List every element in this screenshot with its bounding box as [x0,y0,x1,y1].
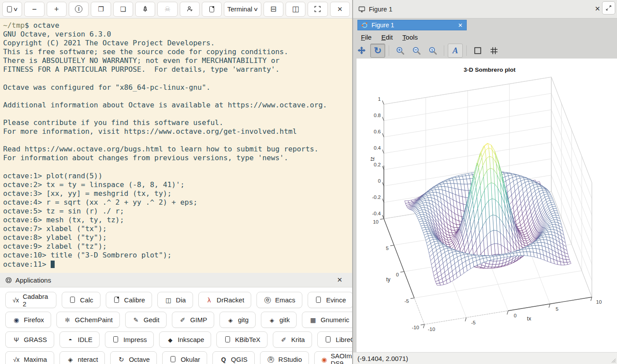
menu-tools[interactable]: Tools [398,32,422,42]
svg-text:-0.2: -0.2 [372,195,381,200]
svg-text:tz: tz [369,157,375,161]
close-applications-button[interactable]: ✕ [337,276,347,284]
sphere-icon: ◉ [321,356,327,363]
app-calc[interactable]: Calc [62,292,100,308]
inkscape-icon: ◆ [166,336,174,343]
app-label: Evince [326,296,346,304]
rotate-tool[interactable]: ↻ [370,44,385,58]
app-dia[interactable]: ◫Dia [157,292,193,308]
app-label: Gedit [144,316,160,324]
app-impress[interactable]: Impress [105,331,154,348]
app-cadabra2[interactable]: √xCadabra 2 [5,292,56,308]
zoom-original-tool[interactable]: 1 [425,44,440,58]
app-gimp[interactable]: ✐GIMP [172,312,214,328]
app-firefox[interactable]: ◉Firefox [5,312,51,328]
minus-button[interactable]: − [24,2,44,17]
molecule-icon: ✻ [63,316,71,323]
svg-text:3-D Sombrero plot: 3-D Sombrero plot [464,66,516,73]
svg-text:0.6: 0.6 [374,129,381,134]
terminal-line: This is free software; see the source co… [3,48,352,56]
figure-tab-title: Figure 1 [372,22,454,29]
menu-file[interactable]: File [357,32,376,42]
terminal-line: FITNESS FOR A PARTICULAR PURPOSE. For de… [3,65,352,74]
launch-button[interactable] [135,2,155,17]
app-gitk[interactable]: ◈gitk [261,312,297,328]
terminal-line: octave:3> [xx, yy] = meshgrid (tx, ty); [3,189,352,198]
app-gchempaint[interactable]: ✻GChemPaint [56,312,120,328]
document-icon [7,6,12,12]
app-nteract[interactable]: ◈nteract [59,351,105,364]
menu-edit[interactable]: Edit [377,32,397,42]
terminal-output[interactable]: ~/tmp$ octaveGNU Octave, version 6.3.0Co… [0,18,352,273]
diagram-icon: ◫ [164,297,172,303]
split-horizontal-button[interactable]: ⊟ [264,2,283,17]
split-vertical-icon: ◫ [292,5,299,13]
kill-button[interactable]: ☠ [157,2,177,17]
app-calibre[interactable]: Calibre [106,292,152,308]
chevron-down-icon: ∨ [14,7,18,12]
app-libreoffice[interactable]: LibreOffice [317,331,353,348]
terminal-line: GNU Octave, version 6.3.0 [3,30,352,39]
app-kbibtex[interactable]: KBibTeX [216,331,268,348]
plus-button[interactable]: + [47,2,67,17]
zoom-in-tool[interactable] [393,44,408,58]
pause-icon: ∥ [75,5,82,13]
paste-button[interactable]: ❏ [113,2,133,17]
grid-toggle[interactable] [487,44,502,58]
app-label: Inkscape [178,336,204,343]
shell-select-dropdown[interactable]: Terminal∨ [224,2,261,17]
zoom-out-tool[interactable] [409,44,424,58]
app-gnumeric[interactable]: ▦Gnumeric [302,312,353,328]
interrupt-button[interactable]: ∥ [69,2,89,17]
app-octave[interactable]: ↻Octave [110,351,157,364]
close-terminal-button[interactable]: ✕ [330,2,350,17]
app-label: Okular [181,356,200,363]
minus-icon: − [32,5,37,13]
app-rstudio[interactable]: ⓇRStudio [260,351,309,364]
new-tab-button[interactable]: ∨ [2,2,22,17]
pencil-icon: ✎ [132,316,140,323]
app-gedit[interactable]: ✎Gedit [125,312,167,328]
app-emacs[interactable]: ⓔEmacs [256,292,302,308]
terminal-line: ~/tmp$ octave [3,21,352,30]
terminal-line: octave:2> tx = ty = linspace (-8, 8, 41)… [3,180,352,189]
qgis-icon: Q [219,356,227,363]
zoom-out-icon [412,46,421,55]
app-drracket[interactable]: λDrRacket [198,292,252,308]
terminal-line: For information about changes from previ… [3,154,352,162]
notebook-button[interactable] [202,2,222,17]
split-vertical-button[interactable]: ◫ [286,2,305,17]
app-label: GRASS [24,336,47,343]
sombrero-plot[interactable]: -10-50510-10-50510-0.4-0.200.20.40.60.81… [357,59,617,352]
app-okular[interactable]: Okular [162,351,207,364]
pan-tool[interactable] [354,44,369,58]
app-evince[interactable]: Evince [308,292,353,308]
close-figure-tab-button[interactable]: ✕ [458,22,463,29]
app-idle[interactable]: ◓IDLE [59,331,100,348]
restore-figure-button[interactable] [602,1,615,15]
text-icon: A [453,46,458,55]
insert-text-tool[interactable]: A [448,44,463,58]
app-krita[interactable]: ✐Krita [273,331,312,348]
app-label: IDLE [78,336,93,343]
app-grass[interactable]: ΨGRASS [5,331,54,348]
close-figure-dock-button[interactable]: ✕ [595,5,600,13]
svg-text:tx: tx [527,316,531,322]
applications-row: ΨGRASS◓IDLEImpress◆InkscapeKBibTeX✐Krita… [5,331,347,348]
zoom-in-icon [396,46,405,55]
app-inkscape[interactable]: ◆Inkscape [159,331,211,348]
figure-tab[interactable]: Figure 1 ✕ [357,20,467,30]
remove-user-button[interactable] [180,2,200,17]
terminal-line: octave:4> r = sqrt (xx .^ 2 + yy .^ 2) +… [3,198,352,207]
app-saoimage[interactable]: ◉SAOImage DS9 [314,351,353,364]
app-qgis[interactable]: QQGIS [212,351,255,364]
svg-text:-5: -5 [405,298,409,304]
copy-button[interactable]: ❐ [91,2,111,17]
axes-toggle[interactable] [470,44,485,58]
app-maxima[interactable]: √xMaxima [5,351,54,364]
resize-grip[interactable] [609,356,616,363]
fullscreen-button[interactable] [308,2,327,17]
split-horizontal-icon: ⊟ [270,5,276,13]
fullscreen-icon [314,6,321,12]
app-gitg[interactable]: ◈gitg [219,312,256,328]
